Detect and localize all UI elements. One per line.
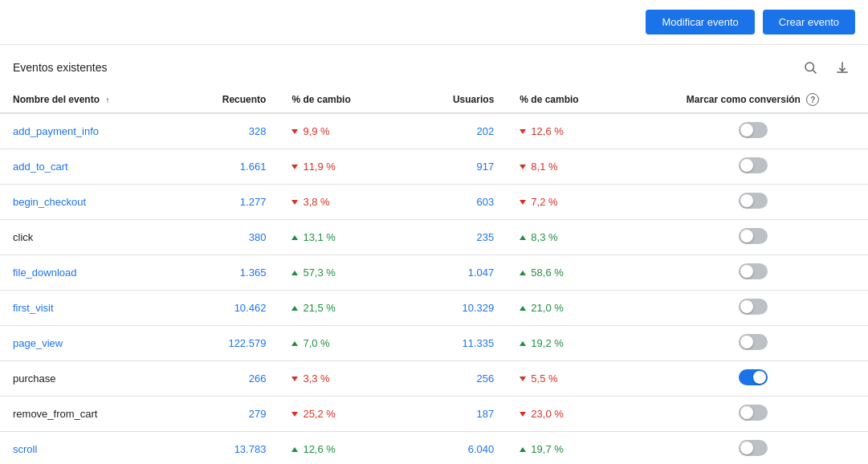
count-change-value: 11,9 % (303, 161, 335, 173)
count-change-value: 57,3 % (303, 267, 335, 279)
count-change-cell: 9,9 % (279, 113, 410, 149)
table-row: begin_checkout1.2773,8 %6037,2 % (0, 185, 868, 220)
count-value: 1.365 (240, 267, 267, 279)
arrow-up-icon (520, 306, 526, 311)
event-name-cell: page_view (0, 326, 177, 361)
arrow-up-icon (520, 235, 526, 240)
count-change-value: 21,5 % (303, 302, 335, 314)
event-name-cell: remove_from_cart (0, 397, 177, 432)
users-cell: 10.329 (410, 291, 507, 326)
count-change-value: 9,9 % (303, 125, 329, 137)
event-name-link[interactable]: file_download (13, 267, 77, 279)
conversion-toggle-cell (638, 397, 868, 432)
arrow-down-icon (291, 200, 298, 205)
arrow-down-icon (520, 165, 526, 169)
arrow-up-icon (291, 341, 298, 346)
users-change-cell: 21,0 % (507, 291, 638, 326)
event-name-link[interactable]: page_view (13, 337, 63, 349)
users-change-cell: 5,5 % (507, 361, 638, 397)
users-change-indicator: 58,6 % (520, 267, 625, 279)
conversion-toggle[interactable] (739, 405, 768, 421)
arrow-down-icon (520, 200, 526, 205)
search-button[interactable] (797, 55, 823, 80)
conversion-toggle[interactable] (739, 299, 768, 315)
conversion-toggle[interactable] (739, 263, 768, 279)
users-cell: 202 (410, 113, 507, 149)
arrow-up-icon (291, 271, 298, 275)
col-conversion: Marcar como conversión ? (638, 87, 868, 113)
conversion-toggle[interactable] (739, 122, 768, 138)
users-change-indicator: 19,7 % (520, 443, 625, 455)
users-value: 256 (477, 372, 495, 385)
count-change-value: 3,3 % (303, 372, 329, 385)
users-cell: 187 (410, 397, 507, 432)
conversion-toggle[interactable] (739, 369, 768, 385)
conversion-toggle-cell (638, 361, 868, 397)
users-change-value: 8,1 % (531, 161, 557, 173)
users-change-value: 19,7 % (531, 443, 563, 455)
users-cell: 603 (410, 185, 507, 220)
count-change-indicator: 25,2 % (291, 408, 397, 420)
count-value: 1.277 (240, 196, 267, 208)
download-icon (835, 60, 850, 75)
count-change-value: 7,0 % (303, 337, 329, 349)
modify-event-button[interactable]: Modificar evento (646, 10, 754, 35)
conversion-toggle-cell (638, 326, 868, 361)
event-name-cell: purchase (0, 361, 177, 397)
event-name-link[interactable]: first_visit (13, 302, 54, 314)
count-cell: 1.365 (177, 255, 279, 291)
table-row: add_payment_info3289,9 %20212,6 % (0, 113, 868, 149)
conversion-toggle-cell (638, 255, 868, 291)
count-change-value: 12,6 % (303, 443, 335, 455)
conversion-toggle[interactable] (739, 193, 768, 209)
count-change-cell: 21,5 % (279, 291, 410, 326)
event-name-link[interactable]: add_to_cart (13, 161, 68, 173)
event-name-cell: click (0, 220, 177, 255)
event-name-cell: add_payment_info (0, 113, 177, 149)
users-cell: 1.047 (410, 255, 507, 291)
users-change-value: 8,3 % (531, 231, 557, 243)
table-row: remove_from_cart27925,2 %18723,0 % (0, 397, 868, 432)
users-change-cell: 19,2 % (507, 326, 638, 361)
arrow-down-icon (520, 376, 526, 381)
conversion-toggle[interactable] (739, 334, 768, 350)
count-change-cell: 3,3 % (279, 361, 410, 397)
count-change-cell: 57,3 % (279, 255, 410, 291)
users-change-indicator: 23,0 % (520, 408, 625, 420)
count-value: 328 (249, 125, 267, 137)
count-cell: 13.783 (177, 432, 279, 465)
users-cell: 6.040 (410, 432, 507, 465)
event-name-cell: add_to_cart (0, 149, 177, 185)
users-change-cell: 12,6 % (507, 113, 638, 149)
conversion-toggle[interactable] (739, 157, 768, 173)
users-change-cell: 8,3 % (507, 220, 638, 255)
arrow-down-icon (291, 376, 298, 381)
col-event-name: Nombre del evento ↑ (0, 87, 177, 113)
col-users: Usuarios (410, 87, 507, 113)
count-value: 1.661 (240, 161, 267, 173)
count-cell: 380 (177, 220, 279, 255)
count-change-indicator: 7,0 % (291, 337, 397, 349)
event-name-link[interactable]: add_payment_info (13, 125, 99, 137)
table-body: add_payment_info3289,9 %20212,6 %add_to_… (0, 113, 868, 464)
create-event-button[interactable]: Crear evento (763, 10, 855, 35)
conversion-toggle[interactable] (739, 228, 768, 244)
users-change-value: 19,2 % (531, 337, 563, 349)
arrow-up-icon (520, 447, 526, 452)
count-change-indicator: 9,9 % (291, 125, 397, 137)
conversion-toggle-cell (638, 185, 868, 220)
count-change-indicator: 13,1 % (291, 231, 397, 243)
help-icon: ? (806, 93, 819, 106)
count-value: 380 (249, 231, 267, 243)
users-change-value: 23,0 % (531, 408, 563, 420)
users-change-indicator: 7,2 % (520, 196, 625, 208)
count-value: 122.579 (228, 337, 266, 349)
table-row: first_visit10.46221,5 %10.32921,0 % (0, 291, 868, 326)
download-button[interactable] (829, 55, 855, 80)
event-name-link[interactable]: scroll (13, 443, 37, 455)
users-cell: 917 (410, 149, 507, 185)
users-cell: 11.335 (410, 326, 507, 361)
users-change-value: 12,6 % (531, 125, 563, 137)
event-name-link[interactable]: begin_checkout (13, 196, 86, 208)
conversion-toggle[interactable] (739, 440, 768, 456)
